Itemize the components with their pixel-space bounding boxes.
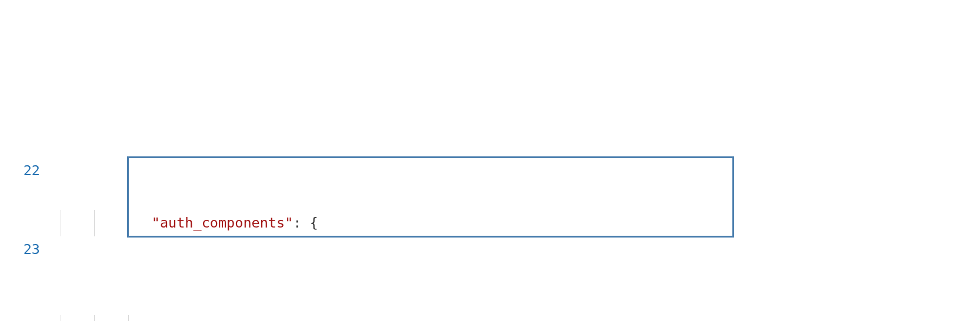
json-key: "auth_components"	[152, 215, 294, 231]
line-number: 24	[0, 315, 40, 321]
code-line[interactable]: "type": "oauth2",	[52, 315, 980, 321]
line-number: 22	[0, 158, 40, 184]
line-number-gutter: 22 23 24 25 26 27 28 29 30 31 32 33	[0, 105, 52, 321]
code-line[interactable]: "auth_components": {	[52, 210, 980, 236]
line-number: 23	[0, 236, 40, 263]
code-editor[interactable]: 22 23 24 25 26 27 28 29 30 31 32 33 "aut…	[0, 105, 980, 321]
code-area[interactable]: "auth_components": { "type": "oauth2", "…	[52, 105, 980, 321]
